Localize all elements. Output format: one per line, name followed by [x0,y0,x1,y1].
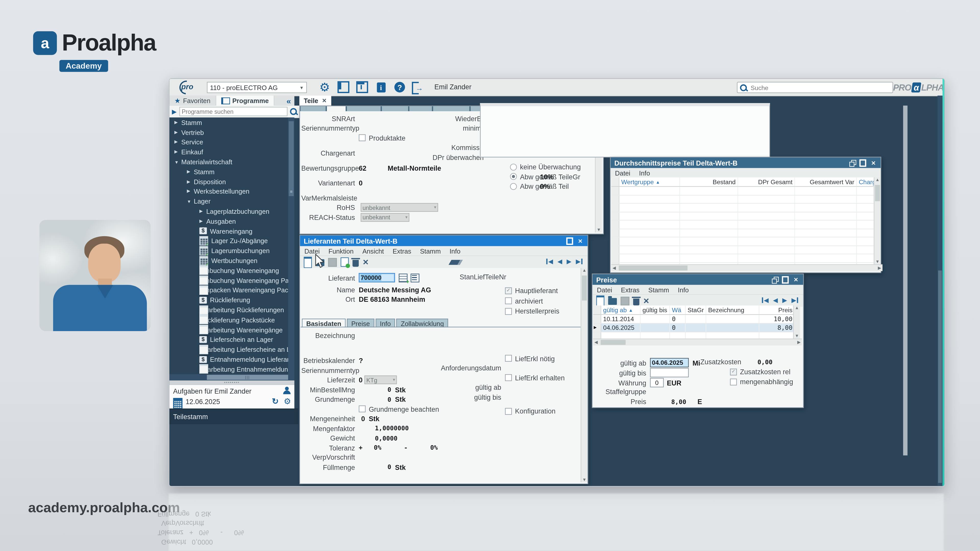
lieferant-input[interactable]: 700000 [359,273,395,283]
copy-record-icon[interactable] [341,257,349,267]
tree-item-disposition[interactable]: ▶Disposition [169,177,288,187]
column-header-dpr-gesamt[interactable]: DPr Gesamt [738,178,795,186]
table-row[interactable]: 04.06.202508,00EUR [593,324,793,332]
tree-item-bearbeitung-wareneingänge[interactable]: Bearbeitung Wareneingänge [169,325,288,335]
hidden-tab-stub[interactable] [347,106,380,111]
row-selector[interactable] [611,254,619,262]
tab-favoriten[interactable]: ★ Favoriten [169,96,216,106]
row-selector[interactable] [611,178,619,186]
last-record-icon[interactable]: ▶ [791,297,798,303]
open-record-icon[interactable] [608,298,617,305]
refresh-icon[interactable]: ↻ [272,397,279,406]
new-record-icon[interactable] [596,295,605,306]
column-header-gültig-bis[interactable]: gültig bis [641,306,670,314]
delete-icon[interactable] [633,298,639,305]
table-row[interactable] [611,238,874,246]
run-arrow-icon[interactable]: ▶ [172,108,177,115]
menu-item-info[interactable]: Info [449,247,460,254]
company-select[interactable]: 110 - proELECTRO AG ▼ [207,82,307,93]
row-selector[interactable] [593,324,601,332]
scroll-left-icon[interactable]: ◀ [594,340,598,345]
lieferanten-titlebar[interactable]: Lieferanten Teil Delta-Wert-B ✕ [300,235,588,246]
maximize-icon[interactable] [859,159,866,166]
table-row[interactable] [611,195,874,203]
table-row[interactable] [611,254,874,263]
new-record-icon[interactable] [304,256,312,268]
hidden-tab-stub[interactable] [327,106,345,111]
tree-item-bearbeitung-rücklieferungen[interactable]: Bearbeitung Rücklieferungen [169,305,288,315]
menu-item-datei[interactable]: Datei [615,169,630,176]
radio-abw-gemäß-teil[interactable] [510,183,517,190]
hidden-tab-stub[interactable] [409,106,432,111]
first-record-icon[interactable]: ◀ [762,297,769,303]
tree-scroll-thumb[interactable] [289,121,294,193]
settings-gear-icon[interactable]: ⚙ [318,81,331,94]
tree-item-materialwirtschaft[interactable]: ▼Materialwirtschaft [169,157,288,167]
row-selector[interactable] [611,221,619,228]
close-icon[interactable]: ✕ [322,97,327,103]
table-row[interactable] [611,187,874,195]
dropdown-lieferzeit[interactable]: KTg▾ [364,375,397,384]
menu-item-ansicht[interactable]: Ansicht [363,247,384,254]
window-columns-icon[interactable] [355,81,369,94]
person-icon[interactable] [283,387,290,394]
column-header-gültig-ab[interactable]: gültig ab▲ [601,306,641,314]
tab-info[interactable]: Info [375,319,395,327]
tree-item-entnahmemeldung-lieferant[interactable]: $Entnahmemeldung Lieferant [169,354,288,364]
row-selector[interactable] [611,212,619,220]
menu-item-datei[interactable]: Datei [597,286,612,293]
checkbox-lieferkl-nötig[interactable] [505,355,512,362]
tree-item-lieferschein-an-lager[interactable]: $Lieferschein an Lager [169,335,288,345]
table-horizontal-scrollbar[interactable]: ◀ ▶ [611,264,883,271]
tree-item-umpacken-wareneingang-packstücke[interactable]: Umpacken Wareneingang Packstücke [169,285,288,295]
cancel-icon[interactable]: ✕ [643,297,649,305]
expand-arrow-icon[interactable]: ▶ [187,179,194,184]
tree-item-umbuchung-wareneingang[interactable]: Umbuchung Wareneingang [169,265,288,275]
tree-item-service[interactable]: ▶Service [169,137,288,147]
checkbox-konfiguration[interactable] [505,408,512,415]
help-icon[interactable]: ? [393,81,406,94]
collapse-arrow-icon[interactable]: ▼ [174,160,181,164]
column-header-bestand[interactable]: Bestand [680,178,738,186]
scroll-thumb[interactable] [600,340,625,345]
expand-arrow-icon[interactable]: ▶ [187,169,194,174]
row-selector[interactable] [611,195,619,203]
collapse-arrow-icon[interactable]: ▼ [187,199,194,203]
scroll-thumb[interactable] [875,185,880,201]
workspace-vertical-scrollbar[interactable] [937,96,942,486]
radio-keine-überwachung[interactable] [510,164,517,170]
tree-item-einkauf[interactable]: ▶Einkauf [169,147,288,157]
column-header-gesamtwert-var[interactable]: Gesamtwert Var [795,178,857,186]
scroll-thumb[interactable] [938,270,942,483]
close-icon[interactable]: ✕ [577,238,584,245]
column-header-bezeichnung[interactable]: Bezeichnung [706,306,759,314]
table-row[interactable] [593,332,793,338]
tree-item-werksbestellungen[interactable]: ▶Werksbestellungen [169,186,288,197]
tree-item-rücklieferung[interactable]: $Rücklieferung [169,295,288,305]
hidden-tab-stub[interactable] [433,106,469,111]
tree-item-lagerplatzbuchungen[interactable]: ▶Lagerplatzbuchungen [169,206,288,216]
checkbox-grundmenge-beachten[interactable] [359,406,366,413]
checkbox-hauptlieferant[interactable]: ✓ [505,287,512,294]
previous-record-icon[interactable]: ◀ [557,258,562,265]
tab-basisdaten[interactable]: Basisdaten [302,319,346,327]
close-icon[interactable]: ✕ [792,276,799,283]
calendar-icon[interactable] [173,398,183,409]
menu-item-info[interactable]: Info [678,286,689,293]
menu-item-extras[interactable]: Extras [621,286,640,293]
table-horizontal-scrollbar[interactable]: ◀ ▶ [593,338,802,345]
first-record-icon[interactable]: ◀ [546,258,553,265]
hidden-tab-stub[interactable] [301,106,326,111]
row-selector[interactable] [593,306,601,314]
tree-item-bearbeitung-entnahmemeldungen-lief[interactable]: Bearbeitung Entnahmemeldungen Lief [169,364,288,374]
tree-item-bearbeitung-lieferscheine-an-lager[interactable]: Bearbeitung Lieferscheine an Lager [169,345,288,354]
row-selector[interactable] [611,238,619,245]
table-row[interactable]: 10.11.2014010,00EUR [593,315,793,324]
dropdown-reach-status[interactable]: unbekannt▾ [361,213,409,221]
column-header-preis[interactable]: Preis [759,306,793,314]
tree-item-lager[interactable]: ▼Lager [169,197,288,206]
recent-program-item[interactable]: Teilestamm [169,409,298,424]
next-record-icon[interactable]: ▶ [782,297,787,303]
cancel-icon[interactable]: ✕ [363,258,369,266]
row-selector[interactable] [611,203,619,211]
